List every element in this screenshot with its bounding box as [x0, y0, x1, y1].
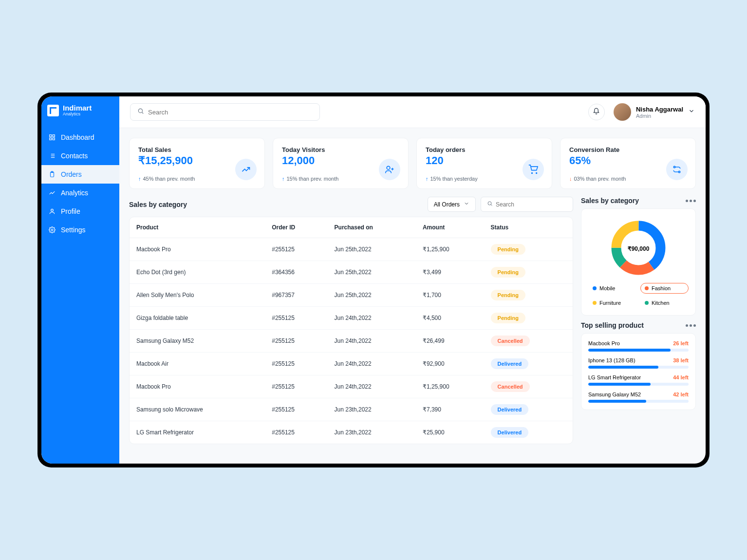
- sidebar: Indimart Analytics DashboardContactsOrde…: [41, 96, 119, 464]
- status-badge: Pending: [491, 313, 525, 323]
- table-row[interactable]: Macbook Air #255125 Jun 24th,2022 ₹92,90…: [130, 353, 573, 375]
- sidebar-item-dashboard[interactable]: Dashboard: [41, 128, 119, 147]
- column-header[interactable]: Amount: [416, 217, 484, 238]
- orders-filter-dropdown[interactable]: All Orders: [428, 197, 476, 212]
- legend-label: Kitchen: [652, 300, 670, 306]
- flow-icon: [666, 159, 688, 180]
- chevron-down-icon: [688, 108, 695, 116]
- grid-icon: [48, 133, 56, 141]
- notifications-button[interactable]: [588, 104, 605, 120]
- svg-line-24: [491, 205, 492, 206]
- sidebar-item-label: Orders: [61, 170, 82, 178]
- table-row[interactable]: Echo Dot (3rd gen) #364356 Jun 25th,2022…: [130, 261, 573, 284]
- stat-card: Total Sales ₹15,25,900 ↑ 45% than prev. …: [129, 138, 265, 189]
- top-selling-item: Macbook Pro26 left: [588, 340, 689, 352]
- person-add-icon: [379, 159, 400, 180]
- sidebar-nav: DashboardContactsOrdersAnalyticsProfileS…: [41, 128, 119, 239]
- table-row[interactable]: Macbook Pro #255125 Jun 24th,2022 ₹1,25,…: [130, 375, 573, 398]
- status-badge: Pending: [491, 267, 525, 278]
- bell-icon: [593, 108, 600, 117]
- legend-item[interactable]: Mobile: [588, 283, 636, 294]
- top-item-left: 44 left: [673, 374, 689, 380]
- gear-icon: [48, 226, 56, 234]
- category-chart-more[interactable]: [686, 200, 696, 202]
- cell-product: Macbook Pro: [130, 238, 265, 261]
- clipboard-icon: [48, 170, 56, 178]
- sidebar-item-analytics[interactable]: Analytics: [41, 184, 119, 202]
- top-item-left: 38 left: [673, 357, 689, 363]
- app-screen: Indimart Analytics DashboardContactsOrde…: [41, 96, 706, 464]
- cell-amount: ₹25,900: [416, 421, 484, 444]
- global-search-input[interactable]: [148, 109, 313, 116]
- status-badge: Pending: [491, 290, 525, 300]
- legend-label: Furniture: [599, 300, 621, 306]
- cell-date: Jun 23th,2022: [328, 398, 416, 421]
- legend-item[interactable]: Fashion: [640, 283, 689, 294]
- legend-item[interactable]: Furniture: [588, 298, 636, 308]
- cell-product: Samsung solo Microwave: [130, 398, 265, 421]
- column-header[interactable]: Product: [130, 217, 265, 238]
- cell-amount: ₹3,499: [416, 261, 484, 284]
- cell-product: Samsung Galaxy M52: [130, 330, 265, 353]
- column-header[interactable]: Order ID: [265, 217, 327, 238]
- sidebar-item-profile[interactable]: Profile: [41, 202, 119, 221]
- column-header[interactable]: Status: [484, 217, 573, 238]
- svg-point-21: [673, 166, 675, 168]
- user-name: Nisha Aggarwal: [636, 106, 683, 113]
- cell-order-id: #255125: [265, 421, 327, 444]
- avatar: [614, 103, 631, 121]
- cell-amount: ₹4,500: [416, 307, 484, 330]
- cell-product: Echo Dot (3rd gen): [130, 261, 265, 284]
- brand-sub: Analytics: [63, 112, 92, 116]
- status-badge: Delivered: [491, 358, 529, 369]
- progress-bar: [588, 349, 689, 352]
- table-row[interactable]: LG Smart Refrigerator #255125 Jun 23th,2…: [130, 421, 573, 444]
- brand-logo[interactable]: Indimart Analytics: [41, 96, 119, 128]
- user-menu[interactable]: Nisha Aggarwal Admin: [614, 103, 695, 121]
- table-row[interactable]: Samsung Galaxy M52 #255125 Jun 24th,2022…: [130, 330, 573, 353]
- category-legend: MobileFashionFurnitureKitchen: [588, 283, 689, 308]
- table-row[interactable]: Gizga foldable table #255125 Jun 24th,20…: [130, 307, 573, 330]
- cell-amount: ₹7,390: [416, 398, 484, 421]
- top-selling-list: Macbook Pro26 left Iphone 13 (128 GB)38 …: [581, 333, 696, 410]
- table-row[interactable]: Samsung solo Microwave #255125 Jun 23th,…: [130, 398, 573, 421]
- cell-product: Macbook Air: [130, 353, 265, 375]
- top-selling-title: Top selling product: [581, 321, 644, 329]
- stat-card: Today orders 120 ↑ 15% than yesterday: [416, 138, 552, 189]
- legend-label: Mobile: [599, 285, 615, 291]
- stat-title: Today orders: [426, 146, 543, 153]
- stats-cards: Total Sales ₹15,25,900 ↑ 45% than prev. …: [129, 138, 696, 189]
- table-row[interactable]: Macbook Pro #255125 Jun 25th,2022 ₹1,25,…: [130, 238, 573, 261]
- column-header[interactable]: Purchased on: [328, 217, 416, 238]
- chart-icon: [48, 189, 56, 197]
- legend-dot: [593, 301, 597, 305]
- sidebar-item-settings[interactable]: Settings: [41, 221, 119, 239]
- global-search[interactable]: [130, 103, 320, 121]
- logo-icon: [47, 105, 59, 116]
- top-selling-more[interactable]: [686, 324, 696, 327]
- top-item-name: Samsung Galaxy M52: [588, 392, 641, 397]
- sidebar-item-label: Dashboard: [61, 133, 94, 141]
- stat-card: Today Visitors 12,000 ↑ 15% than prev. m…: [273, 138, 409, 189]
- table-title: Sales by category: [129, 201, 187, 208]
- cell-order-id: #255125: [265, 307, 327, 330]
- sidebar-item-orders[interactable]: Orders: [41, 165, 119, 184]
- sidebar-item-contacts[interactable]: Contacts: [41, 147, 119, 165]
- chevron-down-icon: [464, 201, 469, 208]
- list-icon: [48, 152, 56, 160]
- top-selling-item: Samsung Galaxy M5242 left: [588, 392, 689, 403]
- svg-point-20: [536, 173, 537, 174]
- table-search[interactable]: [481, 197, 573, 212]
- table-row[interactable]: Allen Solly Men's Polo #967357 Jun 25th,…: [130, 284, 573, 307]
- orders-filter-label: All Orders: [434, 201, 460, 208]
- category-chart-title: Sales by category: [581, 197, 639, 205]
- stat-title: Today Visitors: [282, 146, 399, 153]
- svg-rect-3: [53, 138, 55, 140]
- status-badge: Cancelled: [491, 336, 530, 346]
- svg-point-19: [532, 173, 533, 174]
- sidebar-item-label: Profile: [61, 207, 80, 215]
- cell-date: Jun 24th,2022: [328, 307, 416, 330]
- legend-item[interactable]: Kitchen: [640, 298, 689, 308]
- user-icon: [48, 207, 56, 215]
- table-search-input[interactable]: [496, 201, 569, 208]
